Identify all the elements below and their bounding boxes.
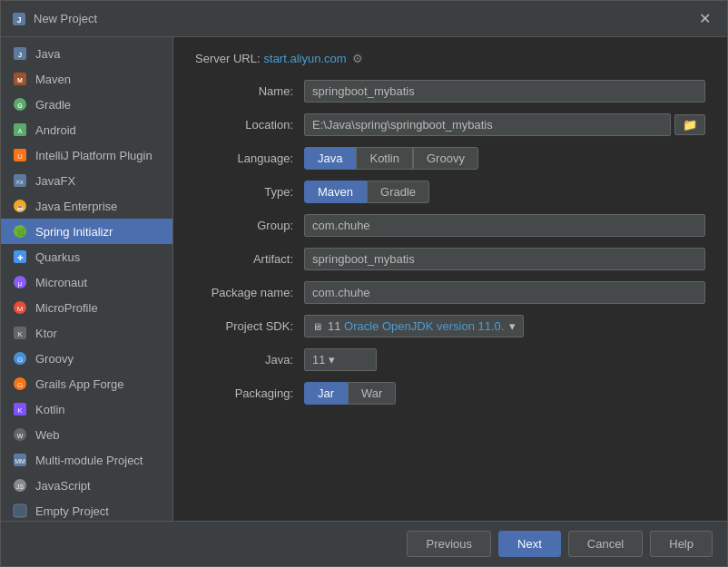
sidebar-item-groovy[interactable]: GGroovy xyxy=(1,346,172,371)
sdk-control: 🖥 11 Oracle OpenJDK version 11.0. ▾ xyxy=(304,315,705,337)
java-label: Java: xyxy=(195,353,304,367)
sidebar-item-label: Kotlin xyxy=(35,403,65,416)
svg-text:G: G xyxy=(17,103,23,109)
sidebar-item-java[interactable]: JJava xyxy=(1,41,172,66)
sidebar-item-android[interactable]: AAndroid xyxy=(1,117,172,142)
sidebar-item-javafx[interactable]: FXJavaFX xyxy=(1,168,172,193)
sidebar-item-label: MicroProfile xyxy=(35,301,98,315)
svg-text:G: G xyxy=(17,356,23,364)
svg-text:FX: FX xyxy=(16,180,24,185)
sidebar-item-label: IntelliJ Platform Plugin xyxy=(35,149,152,162)
cancel-button[interactable]: Cancel xyxy=(568,531,643,557)
sidebar-item-gradle[interactable]: GGradle xyxy=(1,92,172,117)
groovy-icon: G xyxy=(12,350,28,367)
svg-text:W: W xyxy=(17,433,24,439)
sidebar-item-label: JavaScript xyxy=(35,479,91,493)
multimodule-icon: MM xyxy=(12,452,28,468)
packaging-label: Packaging: xyxy=(195,386,304,400)
location-control: 📁 xyxy=(304,113,705,136)
sdk-dropdown-arrow: ▾ xyxy=(509,319,516,333)
svg-text:μ: μ xyxy=(18,279,23,288)
packaging-row: Packaging: Jar War xyxy=(195,382,705,405)
type-maven-button[interactable]: Maven xyxy=(304,181,367,203)
language-java-button[interactable]: Java xyxy=(304,147,356,170)
language-groovy-button[interactable]: Groovy xyxy=(413,147,478,170)
type-gradle-button[interactable]: Gradle xyxy=(367,181,429,203)
sidebar-item-label: JavaFX xyxy=(35,174,75,188)
artifact-control xyxy=(304,248,705,270)
sidebar-item-micronaut[interactable]: μMicronaut xyxy=(1,269,172,295)
dialog-title: New Project xyxy=(34,12,694,25)
server-url-row: Server URL: start.aliyun.com ⚙ xyxy=(195,52,705,65)
language-toggle-group: Java Kotlin Groovy xyxy=(304,147,478,170)
sidebar-item-javascript[interactable]: JSJavaScript xyxy=(1,473,172,498)
dialog-body: JJavaMMavenGGradleAAndroidIJIntelliJ Pla… xyxy=(1,37,727,521)
sdk-icon: 🖥 xyxy=(312,321,322,332)
sidebar-item-label: Gradle xyxy=(35,98,71,112)
dialog-footer: Previous Next Cancel Help xyxy=(1,521,727,566)
microprofile-icon: M xyxy=(12,299,28,316)
svg-rect-38 xyxy=(14,504,26,517)
sidebar-item-label: Quarkus xyxy=(35,250,80,264)
previous-button[interactable]: Previous xyxy=(407,531,491,557)
packaging-jar-button[interactable]: Jar xyxy=(304,382,348,405)
empty-icon xyxy=(12,503,28,519)
sidebar-item-label: Groovy xyxy=(35,352,74,366)
sidebar-item-label: Java xyxy=(35,47,60,61)
artifact-input[interactable] xyxy=(304,248,705,270)
packaging-war-button[interactable]: War xyxy=(348,382,396,405)
micronaut-icon: μ xyxy=(12,274,28,290)
javafx-icon: FX xyxy=(12,172,28,189)
javaee-icon: ☕ xyxy=(12,198,28,214)
sidebar-item-kotlin[interactable]: KKotlin xyxy=(1,396,172,422)
browse-button[interactable]: 📁 xyxy=(674,114,705,135)
next-button[interactable]: Next xyxy=(498,531,561,557)
sidebar-item-maven[interactable]: MMaven xyxy=(1,66,172,92)
sidebar-item-label: Ktor xyxy=(35,327,57,340)
main-content: Server URL: start.aliyun.com ⚙ Name: Loc… xyxy=(173,37,727,521)
sidebar-item-web[interactable]: WWeb xyxy=(1,422,172,447)
sidebar-item-grails[interactable]: GGrails App Forge xyxy=(1,371,172,396)
server-url-link[interactable]: start.aliyun.com xyxy=(264,52,347,65)
sidebar-item-quarkus[interactable]: ✚Quarkus xyxy=(1,244,172,269)
name-input[interactable] xyxy=(304,80,705,103)
name-label: Name: xyxy=(195,84,304,98)
sidebar-item-multimodule[interactable]: MMMulti-module Project xyxy=(1,447,172,473)
name-row: Name: xyxy=(195,80,705,103)
help-button[interactable]: Help xyxy=(650,531,713,557)
java-version-dropdown[interactable]: 11 ▾ xyxy=(304,348,377,371)
name-control xyxy=(304,80,705,103)
sidebar-item-javaee[interactable]: ☕Java Enterprise xyxy=(1,193,172,219)
sidebar-item-microprofile[interactable]: MMicroProfile xyxy=(1,295,172,320)
gear-icon[interactable]: ⚙ xyxy=(352,52,363,65)
language-row: Language: Java Kotlin Groovy xyxy=(195,147,705,170)
java-icon: J xyxy=(12,45,28,62)
svg-text:M: M xyxy=(17,77,23,83)
sidebar-item-spring[interactable]: 🌿Spring Initializr xyxy=(1,219,172,244)
sidebar-item-label: Multi-module Project xyxy=(35,454,143,467)
web-icon: W xyxy=(12,426,28,443)
sidebar-item-intellij[interactable]: IJIntelliJ Platform Plugin xyxy=(1,142,172,168)
group-input[interactable] xyxy=(304,214,705,237)
sidebar-item-label: Android xyxy=(35,123,76,137)
close-button[interactable]: ✕ xyxy=(694,8,716,29)
dialog-icon: J xyxy=(12,12,26,26)
sidebar-item-ktor[interactable]: KKtor xyxy=(1,320,172,346)
packaging-control: Jar War xyxy=(304,382,705,405)
sdk-dropdown[interactable]: 🖥 11 Oracle OpenJDK version 11.0. ▾ xyxy=(304,315,524,337)
sidebar-item-label: Java Enterprise xyxy=(35,200,117,213)
spring-icon: 🌿 xyxy=(12,223,28,240)
intellij-icon: IJ xyxy=(12,147,28,163)
language-kotlin-button[interactable]: Kotlin xyxy=(356,147,413,170)
sdk-label-text: 11 Oracle OpenJDK version 11.0. xyxy=(328,319,504,333)
ktor-icon: K xyxy=(12,325,28,341)
svg-text:G: G xyxy=(17,381,23,389)
location-input[interactable] xyxy=(304,113,671,136)
location-row: Location: 📁 xyxy=(195,113,705,136)
sidebar-item-empty[interactable]: Empty Project xyxy=(1,498,172,521)
svg-text:M: M xyxy=(17,305,24,313)
java-dropdown-arrow: ▾ xyxy=(329,353,335,367)
java-version-text: 11 xyxy=(312,353,325,367)
java-row: Java: 11 ▾ xyxy=(195,348,705,371)
package-name-input[interactable] xyxy=(304,281,705,304)
